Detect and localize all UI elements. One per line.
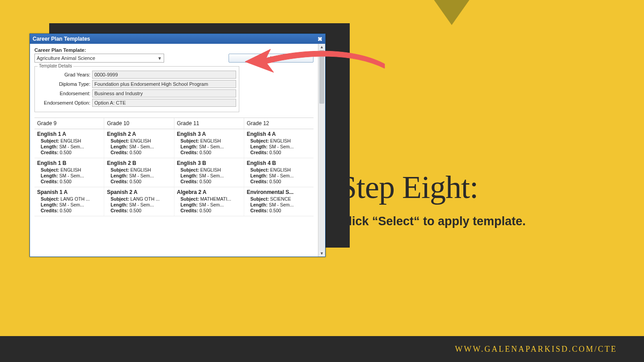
footer-url: WWW.GALENAPARKISD.COM/CTE [455,345,617,354]
course-cell: English 1 ASubject: ENGLISHLength: SM - … [34,129,104,158]
grade-column-header: Grade 11 [174,118,244,129]
course-length: Length: SM - Sem... [110,173,171,178]
course-title: Spanish 2 A [107,189,171,195]
course-length: Length: SM - Sem... [250,173,311,178]
course-subject: Subject: ENGLISH [110,138,171,143]
detail-label: Endorsement: [38,91,92,96]
detail-value: Foundation plus Endorsement High School … [92,80,236,88]
course-cell: Spanish 1 ASubject: LANG OTH ...Length: … [34,187,104,216]
detail-row: Diploma Type:Foundation plus Endorsement… [38,80,236,88]
close-icon[interactable]: ✖ [318,36,322,42]
table-row: Spanish 1 ASubject: LANG OTH ...Length: … [34,187,314,216]
course-title: English 2 A [107,131,171,137]
course-credits: Credits: 0.500 [250,179,311,184]
course-subject: Subject: ENGLISH [41,167,101,173]
course-length: Length: SM - Sem... [41,173,101,178]
decorative-triangle [430,0,473,25]
grade-column-header: Grade 10 [104,118,174,129]
detail-label: Diploma Type: [38,81,92,87]
course-length: Length: SM - Sem... [250,202,311,207]
course-title: Spanish 1 A [37,189,101,195]
course-subject: Subject: ENGLISH [181,138,241,143]
course-subject: Subject: LANG OTH ... [41,196,101,202]
course-cell: English 3 BSubject: ENGLISHLength: SM - … [174,158,244,187]
course-cell: Environmental S...Subject: SCIENCELength… [244,187,314,216]
scrollbar-thumb[interactable] [319,50,324,104]
slide-title: Step Eight: [339,169,478,206]
course-credits: Credits: 0.500 [250,208,311,213]
course-cell: Algebra 2 ASubject: MATHEMATI...Length: … [174,187,244,216]
vertical-scrollbar[interactable]: ▲ ▼ [318,44,325,257]
detail-label: Grad Years: [38,72,92,77]
fieldset-legend: Template Details [38,63,73,68]
detail-row: Endorsement:Business and Industry [38,89,236,97]
detail-row: Endorsement Option:Option A: CTE [38,99,236,107]
course-cell: English 1 BSubject: ENGLISHLength: SM - … [34,158,104,187]
grade-table-header: Grade 9Grade 10Grade 11Grade 12 [34,118,314,129]
career-plan-template-select[interactable]: Agriculture Animal Science ▼ [34,54,164,63]
course-subject: Subject: ENGLISH [110,167,171,173]
grade-column-header: Grade 12 [244,118,314,129]
course-length: Length: SM - Sem... [181,173,241,178]
course-length: Length: SM - Sem... [181,202,241,207]
course-credits: Credits: 0.500 [250,150,311,155]
course-credits: Credits: 0.500 [181,150,241,155]
scroll-up-icon[interactable]: ▲ [318,44,325,50]
detail-value: Option A: CTE [92,99,236,107]
course-subject: Subject: ENGLISH [250,167,311,173]
course-title: Algebra 2 A [177,189,241,195]
course-length: Length: SM - Sem... [110,202,171,207]
course-subject: Subject: ENGLISH [250,138,311,143]
table-row: English 1 ASubject: ENGLISHLength: SM - … [34,129,314,158]
course-cell: English 3 ASubject: ENGLISHLength: SM - … [174,129,244,158]
course-credits: Credits: 0.500 [110,150,171,155]
course-credits: Credits: 0.500 [41,150,101,155]
grade-column-header: Grade 9 [34,118,104,129]
course-length: Length: SM - Sem... [250,144,311,149]
course-title: English 2 B [107,160,171,166]
window-titlebar: Career Plan Templates ✖ [30,34,325,44]
course-cell: English 2 BSubject: ENGLISHLength: SM - … [104,158,174,187]
course-cell: Spanish 2 ASubject: LANG OTH ...Length: … [104,187,174,216]
course-cell: English 4 ASubject: ENGLISHLength: SM - … [244,129,314,158]
select-button[interactable]: Select [229,54,314,63]
course-title: English 4 B [247,160,311,166]
template-selected-value: Agriculture Animal Science [37,55,95,61]
course-credits: Credits: 0.500 [181,179,241,184]
template-label: Career Plan Template: [34,47,220,53]
detail-value: 0000-9999 [92,71,236,79]
course-subject: Subject: LANG OTH ... [110,196,171,202]
course-subject: Subject: ENGLISH [181,167,241,173]
course-subject: Subject: SCIENCE [250,196,311,202]
course-credits: Credits: 0.500 [110,179,171,184]
detail-row: Grad Years:0000-9999 [38,71,236,79]
career-plan-window: Career Plan Templates ✖ Career Plan Temp… [30,34,326,257]
course-cell: English 2 ASubject: ENGLISHLength: SM - … [104,129,174,158]
course-length: Length: SM - Sem... [181,144,241,149]
course-title: English 1 B [37,160,101,166]
window-title: Career Plan Templates [33,36,90,42]
course-subject: Subject: ENGLISH [41,138,101,143]
course-title: English 3 A [177,131,241,137]
course-subject: Subject: MATHEMATI... [181,196,241,202]
template-details-fieldset: Template Details Grad Years:0000-9999Dip… [34,66,239,112]
grade-table: Grade 9Grade 10Grade 11Grade 12 English … [34,118,314,216]
course-length: Length: SM - Sem... [110,144,171,149]
detail-value: Business and Industry [92,89,236,97]
course-cell: English 4 BSubject: ENGLISHLength: SM - … [244,158,314,187]
scroll-down-icon[interactable]: ▼ [318,250,325,257]
course-title: English 1 A [37,131,101,137]
course-title: Environmental S... [247,189,311,195]
course-title: English 4 A [247,131,311,137]
detail-label: Endorsement Option: [38,100,92,105]
course-length: Length: SM - Sem... [41,202,101,207]
table-row: English 1 BSubject: ENGLISHLength: SM - … [34,158,314,187]
chevron-down-icon: ▼ [157,56,162,61]
course-title: English 3 B [177,160,241,166]
course-credits: Credits: 0.500 [41,208,101,213]
slide-subtitle: Click “Select“ to apply template. [340,215,526,228]
course-length: Length: SM - Sem... [41,144,101,149]
course-credits: Credits: 0.500 [110,208,171,213]
footer-bar: WWW.GALENAPARKISD.COM/CTE [0,336,644,362]
course-credits: Credits: 0.500 [181,208,241,213]
